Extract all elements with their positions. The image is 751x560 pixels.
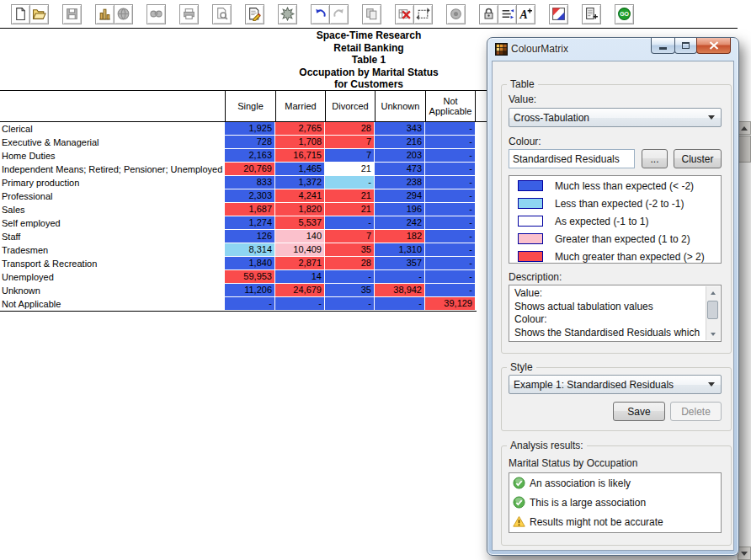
grid-cell[interactable]: 343 [375, 122, 424, 135]
bar-chart-button[interactable] [95, 4, 115, 24]
grid-cell[interactable]: 1,274 [225, 216, 274, 229]
column-header-married[interactable]: Married [275, 91, 325, 121]
grid-cell[interactable]: 1,820 [275, 203, 324, 216]
grid-cell[interactable]: 39,129 [425, 297, 475, 310]
grid-cell[interactable]: 833 [225, 176, 274, 189]
grid-cell[interactable]: - [425, 243, 475, 256]
grid-cell[interactable]: 238 [375, 176, 424, 189]
transpose-button[interactable] [413, 4, 433, 24]
grid-cell[interactable]: 21 [325, 163, 374, 175]
grid-cell[interactable]: 1,687 [225, 203, 274, 216]
save-button[interactable]: Save [613, 402, 665, 421]
add-table-button[interactable] [582, 4, 601, 24]
grid-cell[interactable]: 7 [325, 230, 374, 243]
main-vertical-scrollbar[interactable] [738, 121, 751, 560]
grid-cell[interactable]: 11,206 [225, 284, 274, 296]
open-file-button[interactable] [29, 4, 49, 24]
grid-cell[interactable]: 16,715 [275, 149, 324, 162]
column-header-not-applicable[interactable]: Not Applicable [425, 91, 476, 121]
grid-cell[interactable]: - [425, 176, 475, 189]
grid-cell[interactable]: - [325, 270, 374, 283]
close-button[interactable] [696, 38, 731, 54]
grid-cell[interactable]: 2,163 [225, 149, 274, 162]
row-label[interactable]: Primary production [2, 176, 79, 189]
components-button[interactable] [278, 4, 297, 24]
description-scrollbar[interactable] [706, 286, 720, 340]
grid-cell[interactable]: - [425, 284, 475, 296]
grid-cell[interactable]: - [325, 297, 374, 310]
maximize-button[interactable] [674, 38, 697, 54]
grid-cell[interactable]: 10,409 [275, 243, 324, 256]
scroll-thumb[interactable] [738, 136, 751, 163]
grid-cell[interactable]: 182 [375, 230, 424, 243]
scroll-down-button[interactable] [738, 547, 751, 560]
grid-cell[interactable]: 59,953 [225, 270, 274, 283]
grid-cell[interactable]: - [425, 203, 475, 216]
row-label[interactable]: Unknown [2, 284, 40, 297]
column-header-unknown[interactable]: Unknown [375, 91, 425, 121]
grid-cell[interactable]: - [425, 216, 475, 229]
grid-cell[interactable]: - [425, 122, 475, 135]
grid-cell[interactable]: - [425, 136, 475, 148]
delete-table-button[interactable] [395, 4, 414, 24]
new-document-button[interactable] [11, 4, 30, 24]
grid-cell[interactable]: - [425, 149, 475, 162]
grid-cell[interactable]: 242 [375, 216, 424, 229]
description-scroll-thumb[interactable] [707, 301, 718, 319]
grid-cell[interactable]: 2,303 [225, 189, 274, 202]
undo-button[interactable] [311, 4, 330, 24]
grid-cell[interactable]: 203 [375, 149, 424, 162]
grid-cell[interactable]: 216 [375, 136, 424, 148]
grid-cell[interactable]: 473 [375, 163, 424, 175]
field-order-button[interactable] [498, 4, 517, 24]
grid-cell[interactable]: 24,679 [275, 284, 324, 296]
cluster-button[interactable]: Cluster [674, 149, 722, 168]
row-label[interactable]: Staff [2, 230, 20, 243]
grid-cell[interactable]: 38,942 [375, 284, 424, 296]
grid-cell[interactable]: 35 [325, 284, 374, 296]
colour-matrix-button[interactable] [549, 4, 568, 24]
lock-button[interactable] [479, 4, 498, 24]
grid-cell[interactable]: 728 [225, 136, 274, 148]
column-header-single[interactable]: Single [225, 91, 275, 121]
row-label[interactable]: Unemployed [2, 270, 54, 284]
browse-button[interactable]: ... [642, 149, 668, 168]
grid-cell[interactable]: - [425, 163, 475, 175]
minimize-button[interactable] [651, 38, 675, 54]
grid-cell[interactable]: 4,241 [275, 189, 324, 202]
edit-document-button[interactable] [245, 4, 264, 24]
grid-cell[interactable]: - [375, 270, 424, 283]
row-label[interactable]: Clerical [2, 122, 33, 136]
grid-cell[interactable]: - [375, 297, 424, 310]
grid-cell[interactable]: 2,765 [275, 122, 324, 135]
grid-cell[interactable]: - [225, 297, 274, 310]
row-label[interactable]: Self employed [2, 216, 61, 230]
row-label[interactable]: Tradesmen [2, 243, 48, 257]
grid-cell[interactable]: - [325, 216, 374, 229]
row-label[interactable]: Sales [2, 203, 25, 216]
grid-cell[interactable]: 2,871 [275, 257, 324, 269]
grid-cell[interactable]: 7 [325, 136, 374, 148]
row-label[interactable]: Transport & Recreation [2, 257, 97, 270]
grid-cell[interactable]: 21 [325, 203, 374, 216]
go-button[interactable]: GO [615, 4, 634, 24]
row-label[interactable]: Independent Means; Retired; Pensioner; U… [2, 163, 222, 176]
delete-button[interactable]: Delete [670, 402, 722, 421]
grid-cell[interactable]: - [425, 230, 475, 243]
grid-cell[interactable]: 196 [375, 203, 424, 216]
font-size-button[interactable]: A [516, 4, 535, 24]
row-label[interactable]: Home Duties [2, 149, 56, 163]
grid-cell[interactable]: - [275, 297, 324, 310]
grid-cell[interactable]: 7 [325, 149, 374, 162]
style-dropdown[interactable]: Example 1: Standardised Residuals [509, 375, 722, 394]
column-header-divorced[interactable]: Divorced [325, 91, 375, 121]
scroll-up-button[interactable] [738, 121, 751, 135]
grid-cell[interactable]: 14 [275, 270, 324, 283]
row-label[interactable]: Not Applicable [2, 297, 61, 311]
grid-cell[interactable]: 28 [325, 257, 374, 269]
description-scroll-down[interactable] [706, 328, 719, 340]
grid-cell[interactable]: 1,708 [275, 136, 324, 148]
row-label[interactable]: Professional [2, 189, 53, 203]
grid-cell[interactable]: 126 [225, 230, 274, 243]
row-label[interactable]: Executive & Managerial [2, 136, 99, 149]
